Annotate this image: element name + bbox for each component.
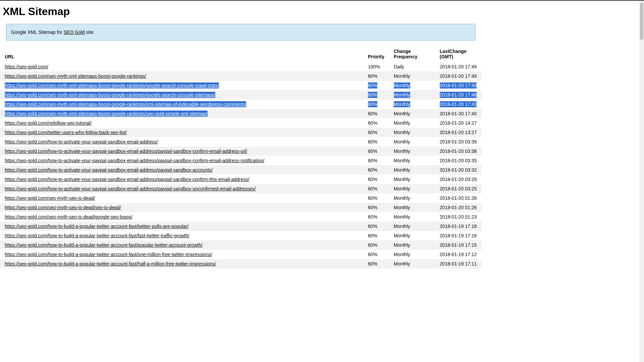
url-link[interactable]: https://seo-gold.com/seo-myth-xml-sitema… — [5, 83, 219, 88]
url-link[interactable]: https://seo-gold.com/seo-myth-seo-is-dea… — [5, 195, 95, 201]
url-link[interactable]: https://seo-gold.com/how-to-activate-you… — [5, 139, 158, 144]
col-header-changefreq: Change Frequency — [389, 47, 435, 62]
table-row: https://seo-gold.com/how-to-activate-you… — [0, 165, 482, 175]
cell-lastchange: 2018-01-20 17:49 — [435, 62, 482, 71]
url-link[interactable]: https://seo-gold.com/seo-myth-xml-sitema… — [5, 102, 246, 107]
cell-priority: 60% — [363, 259, 389, 268]
url-link[interactable]: https://seo-gold.com/how-to-build-a-popu… — [5, 252, 212, 257]
text-selection-highlight: 2018-01-20 17:49 — [440, 82, 477, 88]
cell-url: https://seo-gold.com/seo-myth-seo-is-dea… — [0, 203, 363, 212]
cell-changefreq: Monthly — [389, 118, 435, 128]
text-selection-highlight: 60% — [368, 92, 377, 98]
url-link[interactable]: https://seo-gold.com/how-to-activate-you… — [5, 186, 256, 191]
cell-priority: 60% — [363, 193, 389, 203]
url-link[interactable]: https://seo-gold.com/seo-myth-seo-is-dea… — [5, 205, 121, 210]
cell-url: https://seo-gold.com/how-to-build-a-popu… — [0, 222, 363, 231]
url-link[interactable]: https://seo-gold.com/ — [5, 64, 48, 69]
table-row: https://seo-gold.com/how-to-build-a-popu… — [0, 231, 482, 240]
cell-changefreq: Monthly — [389, 137, 435, 146]
url-link[interactable]: https://seo-gold.com/seo-myth-seo-is-dea… — [5, 214, 132, 220]
cell-url: https://seo-gold.com/how-to-build-a-popu… — [0, 240, 363, 250]
table-row: https://seo-gold.com/100%Daily2018-01-20… — [0, 62, 482, 71]
table-row: https://seo-gold.com/seo-myth-xml-sitema… — [0, 100, 482, 109]
table-row: https://seo-gold.com/seo-myth-xml-sitema… — [0, 71, 482, 81]
url-link[interactable]: https://seo-gold.com/nofollow-seo-tutori… — [5, 120, 92, 126]
cell-url: https://seo-gold.com/how-to-activate-you… — [0, 175, 363, 184]
table-row: https://seo-gold.com/seo-myth-seo-is-dea… — [0, 203, 482, 212]
cell-url: https://seo-gold.com/how-to-build-a-popu… — [0, 250, 363, 259]
cell-changefreq: Monthly — [389, 212, 435, 222]
cell-url: https://seo-gold.com/ — [0, 62, 363, 71]
url-link[interactable]: https://seo-gold.com/seo-myth-xml-sitema… — [5, 111, 208, 116]
cell-lastchange: 2018-01-20 17:49 — [435, 71, 482, 81]
url-link[interactable]: https://seo-gold.com/how-to-build-a-popu… — [5, 242, 203, 248]
cell-priority: 60% — [363, 90, 389, 100]
cell-priority: 60% — [363, 71, 389, 81]
text-selection-highlight: https://seo-gold.com/seo-myth-xml-sitema… — [5, 82, 219, 88]
cell-priority: 60% — [363, 137, 389, 146]
cell-priority: 60% — [363, 175, 389, 184]
cell-priority: 60% — [363, 100, 389, 109]
cell-url: https://seo-gold.com/how-to-activate-you… — [0, 146, 363, 156]
cell-changefreq: Monthly — [389, 222, 435, 231]
table-row: https://seo-gold.com/seo-myth-seo-is-dea… — [0, 193, 482, 203]
cell-url: https://seo-gold.com/how-to-activate-you… — [0, 184, 363, 193]
col-header-priority: Priority — [363, 47, 389, 62]
table-row: https://seo-gold.com/twitter-users-who-f… — [0, 128, 482, 137]
col-header-lastchange: LastChange (GMT) — [435, 47, 482, 62]
scrollbar-thumb[interactable] — [640, 3, 643, 40]
url-link[interactable]: https://seo-gold.com/seo-myth-xml-sitema… — [5, 73, 146, 79]
cell-url: https://seo-gold.com/seo-myth-xml-sitema… — [0, 90, 363, 100]
cell-changefreq: Monthly — [389, 100, 435, 109]
cell-priority: 60% — [363, 118, 389, 128]
table-row: https://seo-gold.com/how-to-activate-you… — [0, 175, 482, 184]
url-link[interactable]: https://seo-gold.com/how-to-build-a-popu… — [5, 224, 189, 229]
sitemap-table: URL Priority Change Frequency LastChange… — [0, 47, 482, 268]
info-box: Google XML Sitemap for SEO Gold site. — [6, 24, 476, 41]
table-row: https://seo-gold.com/how-to-activate-you… — [0, 184, 482, 193]
cell-changefreq: Monthly — [389, 193, 435, 203]
cell-url: https://seo-gold.com/seo-myth-seo-is-dea… — [0, 193, 363, 203]
table-row: https://seo-gold.com/how-to-activate-you… — [0, 137, 482, 146]
url-link[interactable]: https://seo-gold.com/seo-myth-xml-sitema… — [5, 92, 215, 98]
cell-url: https://seo-gold.com/seo-myth-xml-sitema… — [0, 109, 363, 118]
url-link[interactable]: https://seo-gold.com/how-to-activate-you… — [5, 148, 247, 154]
cell-lastchange: 2018-01-19 17:15 — [435, 240, 482, 250]
info-link[interactable]: SEO Gold — [64, 29, 85, 35]
cell-lastchange: 2018-01-20 17:49 — [435, 81, 482, 90]
table-header-row: URL Priority Change Frequency LastChange… — [0, 47, 482, 62]
cell-priority: 60% — [363, 165, 389, 175]
cell-lastchange: 2018-01-19 17:12 — [435, 250, 482, 259]
table-row: https://seo-gold.com/seo-myth-seo-is-dea… — [0, 212, 482, 222]
text-selection-highlight: 60% — [368, 82, 377, 88]
table-row: https://seo-gold.com/nofollow-seo-tutori… — [0, 118, 482, 128]
table-row: https://seo-gold.com/how-to-build-a-popu… — [0, 222, 482, 231]
cell-url: https://seo-gold.com/how-to-activate-you… — [0, 137, 363, 146]
vertical-scrollbar[interactable] — [639, 1, 644, 362]
cell-priority: 60% — [363, 250, 389, 259]
url-link[interactable]: https://seo-gold.com/how-to-activate-you… — [5, 158, 264, 163]
cell-lastchange: 2018-01-19 17:18 — [435, 222, 482, 231]
page-title: XML Sitemap — [3, 5, 482, 18]
cell-url: https://seo-gold.com/seo-myth-xml-sitema… — [0, 71, 363, 81]
url-link[interactable]: https://seo-gold.com/how-to-build-a-popu… — [5, 233, 190, 238]
cell-changefreq: Monthly — [389, 231, 435, 240]
cell-lastchange: 2018-01-20 03:25 — [435, 184, 482, 193]
cell-url: https://seo-gold.com/seo-myth-xml-sitema… — [0, 81, 363, 90]
cell-lastchange: 2018-01-20 03:35 — [435, 156, 482, 165]
cell-changefreq: Monthly — [389, 71, 435, 81]
cell-changefreq: Monthly — [389, 203, 435, 212]
cell-changefreq: Monthly — [389, 146, 435, 156]
table-row: https://seo-gold.com/how-to-build-a-popu… — [0, 240, 482, 250]
cell-changefreq: Monthly — [389, 128, 435, 137]
cell-lastchange: 2018-01-20 01:26 — [435, 193, 482, 203]
cell-lastchange: 2018-01-19 17:11 — [435, 259, 482, 268]
url-link[interactable]: https://seo-gold.com/how-to-activate-you… — [5, 167, 213, 173]
url-link[interactable]: https://seo-gold.com/how-to-activate-you… — [5, 177, 249, 182]
table-row: https://seo-gold.com/seo-myth-xml-sitema… — [0, 109, 482, 118]
text-selection-highlight: Monthly — [394, 101, 410, 107]
info-prefix: Google XML Sitemap for — [11, 29, 64, 35]
url-link[interactable]: https://seo-gold.com/how-to-build-a-popu… — [5, 261, 216, 266]
cell-priority: 60% — [363, 146, 389, 156]
url-link[interactable]: https://seo-gold.com/twitter-users-who-f… — [5, 130, 127, 135]
